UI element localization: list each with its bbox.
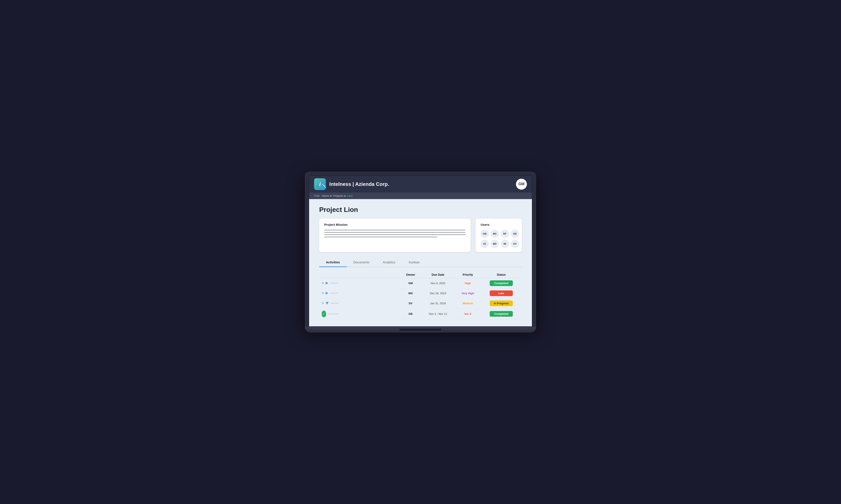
row3-actions (322, 301, 339, 306)
table-row: GM Nov 6, 2023 High Completed (319, 278, 522, 288)
mission-line-4 (324, 237, 437, 237)
breadcrumb-current: Lion (347, 194, 353, 197)
check-circle-icon: ✓ (322, 311, 326, 317)
row4-priority: lev. 3 (455, 308, 481, 319)
mission-card: Project Mission (319, 219, 470, 252)
laptop-frame: i Intelness | Azienda Corp. GM Path Home… (305, 172, 536, 332)
logo-letter: i (319, 181, 321, 187)
user-badge-md[interactable]: MD (491, 240, 499, 248)
row4-actions: ✓ (322, 311, 339, 317)
tabs-bar: Activities Documents Analytics Kanban (319, 258, 522, 267)
row3-content (319, 298, 400, 308)
delete-icon[interactable] (322, 291, 324, 295)
tab-documents[interactable]: Documents (347, 258, 376, 267)
users-card-title: Users (481, 223, 517, 227)
delete-icon[interactable] (322, 281, 324, 285)
collapse-icon[interactable] (326, 302, 329, 305)
row-bar (330, 303, 339, 304)
row1-actions (322, 281, 339, 285)
app-header: i Intelness | Azienda Corp. GM (309, 176, 532, 193)
mission-line-1 (324, 230, 465, 230)
breadcrumb: Path Home ▶ Projects ▶ Lion (309, 193, 532, 199)
activities-table: Owner Due Date Priority Status (319, 271, 522, 320)
row2-owner: MG (400, 288, 421, 298)
tab-activities[interactable]: Activities (319, 258, 347, 267)
row4-content: ✓ (319, 308, 400, 319)
status-badge-in-progress: In Progress (490, 301, 513, 306)
user-badge-mi[interactable]: MI (501, 240, 509, 248)
laptop-notch (399, 329, 442, 331)
page-title: Project Lion (319, 206, 522, 214)
row2-status: Late (481, 288, 522, 298)
user-badge-mg[interactable]: MG (491, 230, 499, 238)
laptop-base (305, 327, 536, 332)
status-badge-late: Late (490, 290, 513, 296)
row1-status: Completed (481, 278, 522, 288)
row3-date: Jan 31, 2024 (421, 298, 455, 308)
row1-content (319, 278, 400, 288)
app-logo: i (314, 178, 326, 190)
user-badge-db[interactable]: DB (511, 230, 519, 238)
th-owner: Owner (400, 271, 421, 278)
row3-owner: DV (400, 298, 421, 308)
table-row: ✓ DB Nov 3 - Nov 11 lev. 3 Completed (319, 308, 522, 319)
row2-content (319, 288, 400, 298)
delete-icon[interactable] (322, 301, 324, 306)
status-badge-completed2: Completed (490, 311, 513, 317)
main-content: Project Lion Project Mission (309, 199, 532, 326)
users-grid: GM MG RP DB SZ MD MI DV (481, 230, 517, 248)
user-avatar[interactable]: GM (516, 179, 527, 190)
mission-line-3 (324, 234, 465, 235)
table-row: MG Dec 28, 2023 Very High Late (319, 288, 522, 298)
breadcrumb-projects[interactable]: Projects (333, 194, 343, 197)
expand-icon[interactable] (326, 282, 328, 285)
user-badge-rp[interactable]: RP (501, 230, 509, 238)
row1-owner: GM (400, 278, 421, 288)
breadcrumb-home[interactable]: Home (322, 194, 329, 197)
row1-date: Nov 6, 2023 (421, 278, 455, 288)
header-left: i Intelness | Azienda Corp. (314, 178, 389, 190)
row3-priority: Medium (455, 298, 481, 308)
top-section: Project Mission Users GM MG (319, 219, 522, 252)
laptop-body: i Intelness | Azienda Corp. GM Path Home… (305, 172, 536, 327)
screen: i Intelness | Azienda Corp. GM Path Home… (309, 175, 532, 327)
row-bar (328, 313, 339, 314)
breadcrumb-arrow-1: ▶ (330, 195, 332, 197)
row2-priority: Very High (455, 288, 481, 298)
row1-priority: High (455, 278, 481, 288)
mission-card-title: Project Mission (324, 223, 465, 227)
status-badge-completed: Completed (490, 280, 513, 286)
row2-date: Dec 28, 2023 (421, 288, 455, 298)
users-card: Users GM MG RP DB SZ MD MI DV (476, 219, 522, 252)
table-row: DV Jan 31, 2024 Medium In Progress (319, 298, 522, 308)
user-badge-sz[interactable]: SZ (481, 240, 488, 248)
breadcrumb-arrow-2: ▶ (344, 195, 346, 197)
row2-actions (322, 291, 339, 295)
tab-kanban[interactable]: Kanban (402, 258, 427, 267)
row3-status: In Progress (481, 298, 522, 308)
tab-analytics[interactable]: Analytics (376, 258, 402, 267)
th-duedate: Due Date (421, 271, 455, 278)
th-priority: Priority (455, 271, 481, 278)
row-bar (330, 283, 339, 284)
row4-owner: DB (400, 308, 421, 319)
table-header: Owner Due Date Priority Status (319, 271, 522, 278)
app-title: Intelness | Azienda Corp. (329, 181, 389, 187)
mission-line-2 (324, 232, 465, 233)
th-spacer (319, 271, 400, 278)
row-bar (330, 293, 339, 293)
breadcrumb-label: Path (314, 194, 320, 197)
user-badge-gm[interactable]: GM (481, 230, 488, 238)
th-status: Status (481, 271, 522, 278)
row4-date: Nov 3 - Nov 11 (421, 308, 455, 319)
expand-icon[interactable] (326, 292, 328, 295)
mission-lines (324, 230, 465, 237)
row4-status: Completed (481, 308, 522, 319)
user-badge-dv[interactable]: DV (511, 240, 519, 248)
